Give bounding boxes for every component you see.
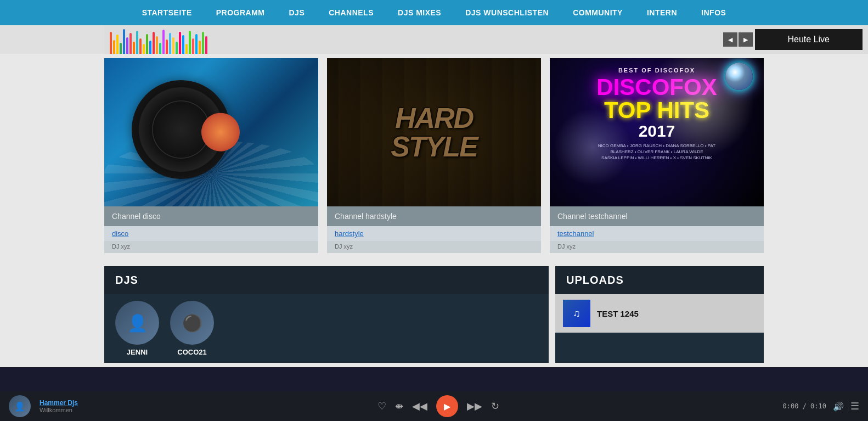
color-bar-10 <box>143 44 145 54</box>
color-bar-28 <box>202 32 204 54</box>
dj-name-coco21: COCO21 <box>177 348 206 356</box>
color-bar-23 <box>185 44 188 54</box>
color-bar-24 <box>189 31 191 54</box>
color-bar-25 <box>192 38 194 54</box>
nav-item-djs[interactable]: DJS <box>277 0 317 25</box>
color-bar-8 <box>136 31 138 54</box>
color-bar-6 <box>129 33 132 54</box>
channel-sub-hardstyle: DJ xyz <box>327 241 541 253</box>
nav-arrows: ◀ ▶ <box>723 32 753 47</box>
color-bar-26 <box>195 34 198 54</box>
discofox-illustration: BEST OF DISCOFOX DISCOFOX TOP HITS 2017 … <box>550 58 764 206</box>
color-bar-19 <box>172 37 174 54</box>
color-bar-17 <box>166 40 168 54</box>
color-bar-18 <box>169 33 171 54</box>
nav-item-intern[interactable]: INTERN <box>635 0 689 25</box>
nav-item-startseite[interactable]: STARTSEITE <box>130 0 204 25</box>
upload-title: TEST 1245 <box>597 309 639 318</box>
channel-label-testchannel: Channel testchannel <box>550 206 764 226</box>
channel-link-hardstyle[interactable]: hardstyle <box>327 226 541 241</box>
color-bar-22 <box>182 35 184 54</box>
nav-item-djs-wunschlisten[interactable]: DJS WUNSCHLISTEN <box>453 0 561 25</box>
dj-avatar-coco21: ⚫ <box>170 301 214 345</box>
dj-name-jenni: JENNI <box>127 348 148 356</box>
djs-header: DJS <box>104 266 549 294</box>
color-bar-21 <box>179 32 181 54</box>
channel-thumb-hardstyle: HARDSTYLE <box>327 58 541 206</box>
prev-arrow-button[interactable]: ◀ <box>723 32 737 47</box>
upload-thumb: ♫ <box>563 300 590 327</box>
color-bar-3 <box>120 43 122 54</box>
uploads-header: UPLOADS <box>555 266 764 294</box>
channel-card-disco[interactable]: Channel disco disco DJ xyz <box>104 58 318 253</box>
next-arrow-button[interactable]: ▶ <box>739 32 753 47</box>
vinyl-illustration <box>104 58 318 206</box>
nav-item-programm[interactable]: PROGRAMM <box>204 0 277 25</box>
top-decoration-bar: ◀ ▶ Heute Live <box>0 25 868 54</box>
upload-item-test1245[interactable]: ♫ TEST 1245 <box>555 294 764 333</box>
disco-ball <box>725 63 753 90</box>
nav-item-channels[interactable]: CHANNELS <box>317 0 386 25</box>
color-bar-16 <box>162 30 165 54</box>
hardstyle-illustration: HARDSTYLE <box>327 58 541 206</box>
uploads-panel: UPLOADS ♫ TEST 1245 <box>555 266 764 363</box>
color-bar-27 <box>199 41 201 54</box>
heute-live-label: Heute Live <box>788 35 830 44</box>
color-bar-0 <box>110 32 112 54</box>
channel-sub-disco: DJ xyz <box>104 241 318 253</box>
main-nav: STARTSEITEPROGRAMMDJSCHANNELSDJS MIXESDJ… <box>0 0 868 25</box>
dj-item-coco21[interactable]: ⚫ COCO21 <box>170 301 214 356</box>
bar-right: ◀ ▶ Heute Live <box>104 25 868 54</box>
color-bar-29 <box>205 36 207 54</box>
color-bars <box>104 25 868 54</box>
color-bar-12 <box>149 41 151 54</box>
dj-item-jenni[interactable]: 👤 JENNI <box>115 301 159 356</box>
djs-list: 👤 JENNI ⚫ COCO21 <box>104 294 549 363</box>
color-bar-1 <box>113 40 115 54</box>
channel-link-testchannel[interactable]: testchannel <box>550 226 764 241</box>
nav-item-community[interactable]: COMMUNITY <box>561 0 635 25</box>
main-content: Channel disco disco DJ xyz HARDSTYLE Cha… <box>0 54 868 266</box>
channel-thumb-testchannel: BEST OF DISCOFOX DISCOFOX TOP HITS 2017 … <box>550 58 764 206</box>
channels-grid: Channel disco disco DJ xyz HARDSTYLE Cha… <box>104 58 764 253</box>
color-bar-15 <box>159 43 161 54</box>
color-bar-2 <box>116 35 119 54</box>
heute-live-box: Heute Live <box>755 29 863 50</box>
bottom-section: DJS 👤 JENNI ⚫ COCO21 UPLOADS ♫ TEST 1245 <box>0 266 868 367</box>
channel-sub-testchannel: DJ xyz <box>550 241 764 253</box>
channel-label-disco: Channel disco <box>104 206 318 226</box>
bar-left <box>0 25 104 54</box>
color-bar-11 <box>146 34 148 54</box>
color-bar-20 <box>176 42 178 54</box>
hardstyle-text: HARDSTYLE <box>391 104 477 161</box>
nav-item-infos[interactable]: INFOS <box>689 0 738 25</box>
color-bar-7 <box>133 42 135 54</box>
nav-item-djs-mixes[interactable]: DJS MIXES <box>386 0 453 25</box>
color-bar-5 <box>126 37 128 54</box>
channel-label-hardstyle: Channel hardstyle <box>327 206 541 226</box>
channel-thumb-disco <box>104 58 318 206</box>
color-bar-14 <box>156 36 158 54</box>
channel-link-disco[interactable]: disco <box>104 226 318 241</box>
dj-avatar-jenni: 👤 <box>115 301 159 345</box>
channel-card-hardstyle[interactable]: HARDSTYLE Channel hardstyle hardstyle DJ… <box>327 58 541 253</box>
color-bar-4 <box>123 29 125 54</box>
djs-panel: DJS 👤 JENNI ⚫ COCO21 <box>104 266 549 363</box>
color-bar-13 <box>153 32 155 54</box>
channel-card-testchannel[interactable]: BEST OF DISCOFOX DISCOFOX TOP HITS 2017 … <box>550 58 764 253</box>
color-bar-9 <box>139 38 142 54</box>
